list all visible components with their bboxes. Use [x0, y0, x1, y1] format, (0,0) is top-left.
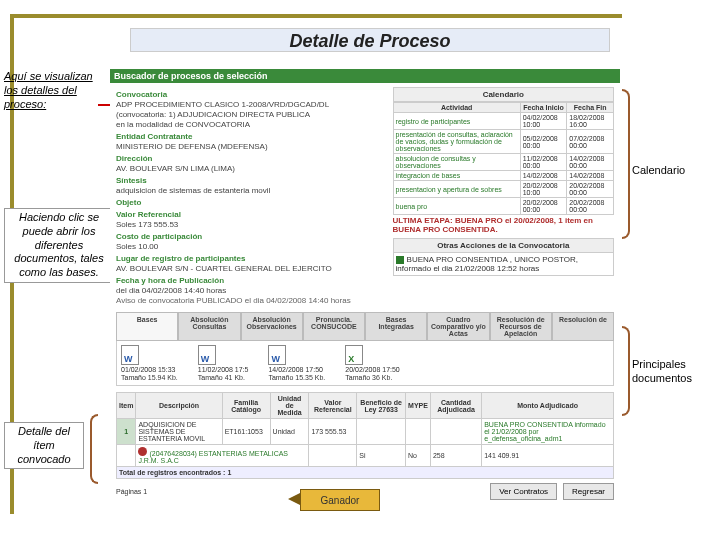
ganador-callout: Ganador	[300, 489, 380, 511]
ganador-pointer-icon	[288, 493, 300, 505]
costo-label: Costo de participación	[116, 232, 387, 241]
direccion-label: Dirección	[116, 154, 387, 163]
valorref-value: Soles 173 555.53	[116, 220, 387, 229]
cal-th-inicio: Fecha Inicio	[520, 103, 567, 113]
ver-contratos-button[interactable]: Ver Contratos	[490, 483, 557, 500]
regresar-button[interactable]: Regresar	[563, 483, 614, 500]
table-row-ganador: (20476428034) ESTANTERIAS METALICAS J.R.…	[117, 445, 614, 467]
tab-bases-integradas[interactable]: Bases Integradas	[365, 312, 427, 341]
excel-icon	[345, 345, 363, 365]
costo-value: Soles 10.00	[116, 242, 387, 251]
table-row: 1 ADQUISICION DE SISTEMAS DE ESTANTERIA …	[117, 419, 614, 445]
tab-pronuncia[interactable]: Pronuncia. CONSUCODE	[303, 312, 365, 341]
doc-3[interactable]: 14/02/2008 17:50Tamaño 15.35 Kb.	[268, 345, 325, 381]
calendario-title: Calendario	[393, 87, 614, 102]
annotation-principales-docs: Principales documentos	[632, 358, 710, 386]
objeto-label: Objeto	[116, 198, 387, 207]
word-icon	[121, 345, 139, 365]
word-icon	[198, 345, 216, 365]
docs-row: 01/02/2008 15:33Tamaño 15.94 Kb. 11/02/2…	[116, 341, 614, 386]
winner-icon	[138, 447, 147, 456]
sintesis-value: adquisicion de sistemas de estanteria mo…	[116, 186, 387, 195]
convocatoria-label: Convocatoria	[116, 90, 387, 99]
otras-title: Otras Acciones de la Convocatoria	[393, 238, 614, 253]
doc-tabs: Bases Absolución Consultas Absolución Ob…	[116, 312, 614, 341]
tab-resolucion-apelacion[interactable]: Resolución de Recursos de Apelación	[490, 312, 552, 341]
tab-absolucion-consultas[interactable]: Absolución Consultas	[178, 312, 240, 341]
calendario-alert: ULTIMA ETAPA: BUENA PRO el 20/02/2008, 1…	[393, 216, 614, 234]
tab-absolucion-observ[interactable]: Absolución Observaciones	[241, 312, 303, 341]
direccion-value: AV. BOULEVAR S/N LIMA (LIMA)	[116, 164, 387, 173]
app-panel: Buscador de procesos de selección Convoc…	[110, 69, 620, 529]
annotation-calendario: Calendario	[632, 164, 685, 178]
cal-th-fin: Fecha Fin	[567, 103, 614, 113]
entidad-value: MINISTERIO DE DEFENSA (MDEFENSA)	[116, 142, 387, 151]
sintesis-label: Síntesis	[116, 176, 387, 185]
otras-row: BUENA PRO CONSENTIDA , UNICO POSTOR, inf…	[393, 253, 614, 276]
fecha-value: del dia 04/02/2008 14:40 horas	[116, 286, 387, 295]
slide-title: Detalle de Proceso	[130, 28, 610, 52]
paginas-label: Páginas 1	[116, 488, 147, 495]
brace-docs	[622, 326, 630, 416]
fecha-label: Fecha y hora de Publicación	[116, 276, 387, 285]
annotation-intro: Aquí se visualizan los detalles del proc…	[4, 70, 104, 111]
word-icon	[268, 345, 286, 365]
valorref-label: Valor Referencial	[116, 210, 387, 219]
lugar-value: AV. BOULEVAR S/N - CUARTEL GENERAL DEL E…	[116, 264, 387, 273]
cal-th-actividad: Actividad	[393, 103, 520, 113]
doc-1[interactable]: 01/02/2008 15:33Tamaño 15.94 Kb.	[121, 345, 178, 381]
annotation-detalle-item: Detalle del ítem convocado	[4, 422, 84, 469]
tab-cuadro-comparativo[interactable]: Cuadro Comparativo y/o Actas	[427, 312, 489, 341]
entidad-label: Entidad Contratante	[116, 132, 387, 141]
aviso-value: Aviso de convocatoria PUBLICADO el dia 0…	[116, 296, 387, 305]
lugar-label: Lugar de registro de participantes	[116, 254, 387, 263]
brace-calendario	[622, 89, 630, 239]
table-total-row: Total de registros encontrados : 1	[117, 467, 614, 479]
items-table: Item Descripción Familia Catálogo Unidad…	[116, 392, 614, 479]
conv-line2: (convocatoria: 1) ADJUDICACION DIRECTA P…	[116, 110, 387, 119]
conv-line3: en la modalidad de CONVOCATORIA	[116, 120, 387, 129]
square-icon	[396, 256, 404, 264]
calendario-table: Actividad Fecha Inicio Fecha Fin registr…	[393, 102, 614, 215]
doc-4[interactable]: 20/02/2008 17:50Tamaño 36 Kb.	[345, 345, 400, 381]
annotation-click-docs: Haciendo clic se puede abrir los diferen…	[4, 208, 114, 283]
arrow-icon	[98, 104, 110, 106]
app-header: Buscador de procesos de selección	[110, 69, 620, 83]
doc-2[interactable]: 11/02/2008 17:5Tamaño 41 Kb.	[198, 345, 249, 381]
tab-bases[interactable]: Bases	[116, 312, 178, 341]
brace-item	[90, 414, 98, 484]
tab-resolucion[interactable]: Resolución de	[552, 312, 614, 341]
conv-line1: ADP PROCEDIMIENTO CLASICO 1-2008/VRD/DGC…	[116, 100, 387, 109]
